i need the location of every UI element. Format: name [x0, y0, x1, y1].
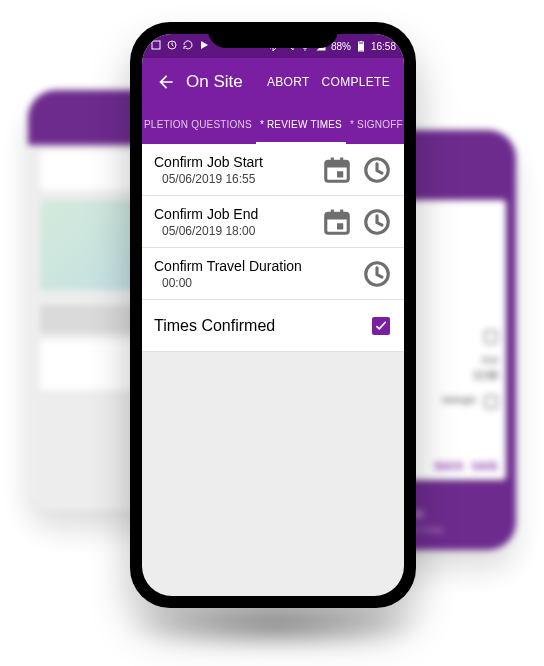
clock-icon[interactable]	[360, 153, 394, 187]
page-title: On Site	[186, 72, 243, 92]
tab-completion-questions[interactable]: PLETION QUESTIONS	[142, 106, 256, 144]
app-bar: On Site ABORT COMPLETE	[142, 58, 404, 106]
row-value: 05/06/2019 16:55	[154, 170, 320, 186]
status-clock: 16:58	[371, 41, 396, 52]
tab-review-times[interactable]: * REVIEW TIMES	[256, 106, 346, 144]
svg-rect-7	[326, 161, 349, 167]
svg-rect-4	[360, 41, 362, 42]
svg-rect-8	[331, 157, 334, 163]
calendar-icon[interactable]	[320, 153, 354, 187]
refresh-icon	[182, 39, 194, 53]
svg-rect-13	[326, 213, 349, 219]
svg-rect-15	[340, 209, 343, 215]
back-button[interactable]	[150, 66, 182, 98]
clock-icon[interactable]	[360, 205, 394, 239]
calendar-icon[interactable]	[320, 205, 354, 239]
row-job-end: Confirm Job End 05/06/2019 18:00	[142, 196, 404, 248]
notification-icon	[150, 39, 162, 53]
phone-screen: 88% 16:58 On Site ABORT COMPLETE PLETION…	[142, 34, 404, 596]
battery-icon	[355, 40, 367, 52]
row-times-confirmed[interactable]: Times Confirmed	[142, 300, 404, 352]
svg-rect-0	[152, 41, 160, 49]
clock-icon[interactable]	[360, 257, 394, 291]
tab-signoff[interactable]: * SIGNOFF	[346, 106, 404, 144]
row-job-start: Confirm Job Start 05/06/2019 16:55	[142, 144, 404, 196]
row-label: Confirm Travel Duration	[154, 258, 360, 274]
phone-notch	[208, 22, 338, 48]
sync-icon	[166, 39, 178, 53]
row-label: Confirm Job End	[154, 206, 320, 222]
svg-rect-9	[340, 157, 343, 163]
complete-button[interactable]: COMPLETE	[316, 75, 396, 89]
row-label: Confirm Job Start	[154, 154, 320, 170]
times-list: Confirm Job Start 05/06/2019 16:55 Confi…	[142, 144, 404, 352]
row-value: 05/06/2019 18:00	[154, 222, 320, 238]
row-travel-duration: Confirm Travel Duration 00:00	[142, 248, 404, 300]
svg-rect-10	[337, 171, 343, 177]
svg-rect-5	[359, 44, 363, 51]
battery-pct: 88%	[331, 41, 351, 52]
svg-rect-14	[331, 209, 334, 215]
checkbox-icon[interactable]	[372, 317, 390, 335]
row-label: Times Confirmed	[154, 317, 275, 335]
abort-button[interactable]: ABORT	[261, 75, 316, 89]
phone-frame: 88% 16:58 On Site ABORT COMPLETE PLETION…	[130, 22, 416, 608]
svg-rect-16	[337, 223, 343, 229]
play-icon	[198, 39, 210, 53]
svg-point-2	[304, 49, 306, 51]
row-value: 00:00	[154, 274, 360, 290]
tab-strip: PLETION QUESTIONS * REVIEW TIMES * SIGNO…	[142, 106, 404, 144]
